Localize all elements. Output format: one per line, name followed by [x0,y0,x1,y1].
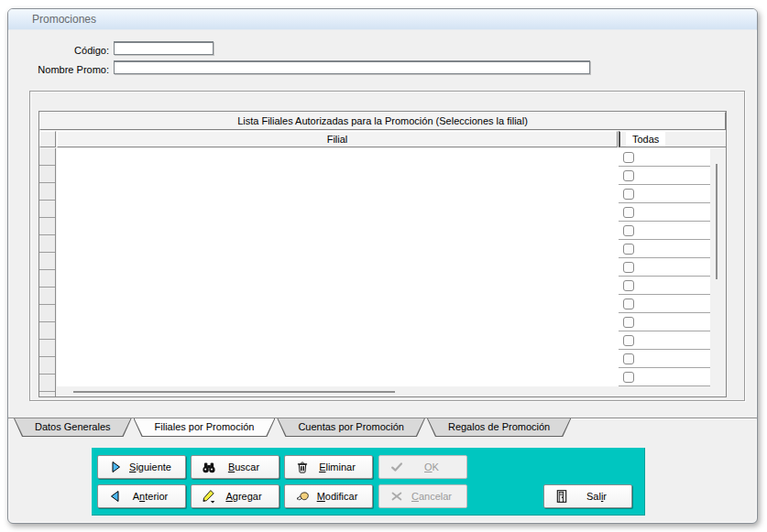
horizontal-scrollbar-thumb[interactable] [73,391,395,393]
row-selector-header [39,131,56,147]
tab-filiales-por-promocion[interactable]: Filiales por Promoción [134,418,276,437]
row-selector[interactable] [39,218,55,235]
todas-checkbox[interactable] [623,225,634,236]
row-header-column [39,148,56,396]
row-selector[interactable] [39,270,55,288]
row-selector[interactable] [39,305,55,322]
grid-header: Filial Todas [39,131,726,147]
nombre-promo-field[interactable] [114,60,590,74]
todas-checkbox[interactable] [623,244,634,255]
arrow-right-icon [108,460,123,474]
cancelar-button[interactable]: Cancelar [378,484,467,508]
vertical-scrollbar-thumb[interactable] [716,164,718,279]
binoculars-icon [202,460,216,474]
todas-checkbox[interactable] [623,189,634,200]
todas-row [619,277,710,295]
x-icon [389,489,404,504]
grid-title: Lista Filiales Autorizadas para la Promo… [39,112,726,130]
todas-row [619,258,710,277]
door-icon [554,489,569,504]
todas-row [619,167,710,185]
todas-row [619,350,710,368]
todas-checkbox[interactable] [623,262,634,273]
todas-row [619,295,710,313]
todas-checkbox[interactable] [623,299,634,309]
codigo-label: Código: [8,44,109,57]
todas-row [619,185,710,203]
todas-checkbox[interactable] [623,207,634,218]
row-selector[interactable] [39,235,55,253]
hand-pen-icon [295,489,310,504]
todas-row [619,203,710,222]
window-title: Promociones [32,13,96,26]
row-selector[interactable] [39,148,55,166]
ok-button[interactable]: OK [378,455,467,479]
todas-column-label: Todas [626,132,665,147]
todas-checkbox[interactable] [623,372,634,383]
todas-checkbox[interactable] [623,317,634,328]
todas-row [619,222,710,240]
todas-checkbox[interactable] [623,280,634,291]
row-selector[interactable] [39,166,55,183]
row-selector[interactable] [39,253,55,270]
grid-body [39,148,726,396]
row-selector[interactable] [39,340,55,357]
row-selector[interactable] [39,201,55,218]
trash-icon [295,460,310,474]
todas-row [619,313,710,331]
todas-row [619,148,710,167]
tab-datos-generales[interactable]: Datos Generales [14,418,132,437]
agregar-button[interactable]: Agregar [191,484,279,508]
tab-regalos-de-promocion[interactable]: Regalos de Promoción [427,418,571,437]
todas-row [619,368,710,386]
todas-column-cells [619,148,710,386]
buscar-button[interactable]: Buscar [191,455,279,479]
horizontal-scrollbar[interactable] [57,386,726,396]
nombre-promo-label: Nombre Promo: [8,63,109,76]
todas-row [619,331,710,350]
todas-checkbox[interactable] [623,152,634,163]
salir-button[interactable]: Salir [543,484,632,508]
button-toolbar: Siguiente Buscar [92,448,645,516]
todas-row [619,240,710,258]
todas-checkbox[interactable] [623,353,634,364]
filial-column-cells[interactable] [57,148,619,386]
eliminar-button[interactable]: Eliminar [284,455,373,479]
todas-checkbox[interactable] [623,170,634,181]
promociones-window: Promociones Código: Nombre Promo: Lista … [7,8,758,524]
filial-column-header[interactable]: Filial [57,131,618,147]
pencil-icon [202,489,216,504]
row-selector[interactable] [39,357,55,375]
check-icon [389,460,404,474]
tab-bar: Datos Generales Filiales por Promoción C… [8,418,757,438]
vertical-scrollbar[interactable] [710,148,726,386]
filiales-panel: Lista Filiales Autorizadas para la Promo… [29,91,745,401]
filiales-grid: Lista Filiales Autorizadas para la Promo… [38,111,727,397]
codigo-field[interactable] [114,41,214,55]
row-selector[interactable] [39,183,55,201]
row-selector[interactable] [39,375,55,392]
row-selector[interactable] [39,322,55,340]
todas-column-header[interactable]: Todas [619,131,726,147]
anterior-button[interactable]: Anterior [97,484,186,508]
row-selector[interactable] [39,288,55,305]
window-titlebar[interactable]: Promociones [8,9,757,30]
tab-cuentas-por-promocion[interactable]: Cuentas por Promoción [277,418,425,437]
arrow-left-icon [108,489,123,504]
todas-checkbox[interactable] [623,335,634,346]
siguiente-button[interactable]: Siguiente [97,455,186,479]
modificar-button[interactable]: Modificar [284,484,373,508]
